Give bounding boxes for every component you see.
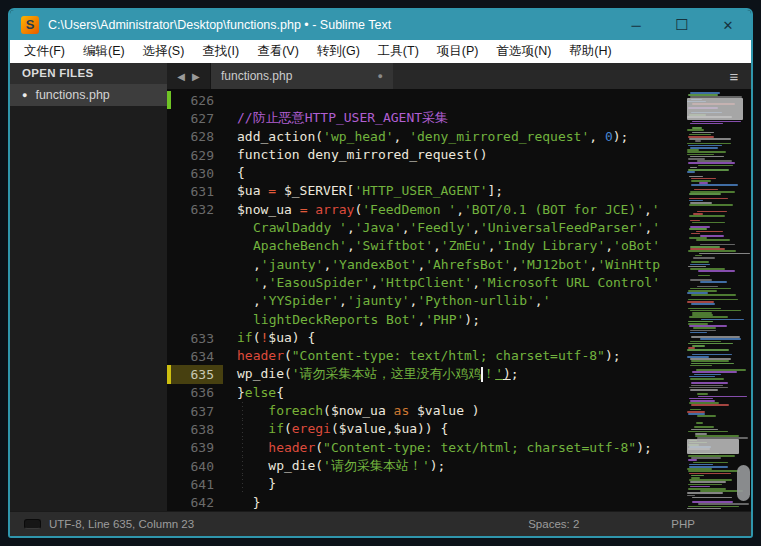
code-line-628[interactable]: add_action('wp_head', 'deny_mirrored_req…	[223, 128, 685, 146]
code-line-wrap[interactable]: ,'jaunty','YandexBot','AhrefsBot','MJ12b…	[223, 256, 685, 274]
sidebar: OPEN FILES ● functions.php	[10, 63, 167, 511]
tab-modified-dot-icon: ●	[378, 71, 383, 81]
code-line-634[interactable]: header("Content-type: text/html; charset…	[223, 347, 685, 365]
menu-item-4[interactable]: 查看(V)	[248, 40, 308, 63]
gutter-marker	[167, 256, 171, 274]
tab-next-icon[interactable]: ▶	[192, 71, 200, 82]
minimap-highlight-top	[687, 98, 743, 120]
line-number: 629	[171, 148, 223, 163]
code-line-wrap[interactable]: CrawlDaddy ','Java','Feedly','UniversalF…	[223, 219, 685, 237]
menu-item-9[interactable]: 帮助(H)	[560, 40, 620, 63]
line-number: 634	[171, 349, 223, 364]
tab-functions-php[interactable]: functions.php ●	[211, 63, 393, 89]
scrollbar-thumb[interactable]	[737, 465, 750, 501]
menu-item-8[interactable]: 首选项(N)	[488, 40, 561, 63]
minimize-icon[interactable]: ─	[613, 10, 659, 40]
menu-item-3[interactable]: 查找(I)	[193, 40, 248, 63]
menubar: 文件(F)编辑(E)选择(S)查找(I)查看(V)转到(G)工具(T)项目(P)…	[10, 40, 751, 63]
line-number: 637	[171, 404, 223, 419]
gutter-marker	[167, 274, 171, 292]
code-line-635[interactable]: wp_die('请勿采集本站，这里没有小鸡鸡！');	[223, 365, 685, 383]
line-number: 628	[171, 129, 223, 144]
vintage-mode-icon	[24, 519, 41, 529]
tab-label: functions.php	[221, 69, 370, 83]
code-line-641[interactable]: }	[223, 475, 685, 493]
code-line-640[interactable]: wp_die('请勿采集本站！');	[223, 457, 685, 475]
code-line-630[interactable]: {	[223, 164, 685, 182]
gutter: 6266276286296306316326336346356366376386…	[167, 89, 223, 511]
gutter-marker	[167, 219, 171, 237]
sublime-logo-icon: S	[21, 16, 39, 34]
line-number: 635	[171, 367, 223, 382]
minimap-highlight-bottom	[687, 439, 739, 454]
status-indent[interactable]: Spaces: 2	[528, 518, 579, 530]
line-number: 630	[171, 166, 223, 181]
menu-item-0[interactable]: 文件(F)	[15, 40, 74, 63]
statusbar: UTF-8, Line 635, Column 23 Spaces: 2 PHP	[10, 511, 751, 536]
sidebar-file-label: functions.php	[35, 88, 109, 102]
code-line-636[interactable]: }else{	[223, 384, 685, 402]
code-line-639[interactable]: header("Content-type: text/html; charset…	[223, 439, 685, 457]
line-number: 638	[171, 422, 223, 437]
line-number: 636	[171, 385, 223, 400]
code-line-633[interactable]: if(!$ua) {	[223, 329, 685, 347]
line-number: 640	[171, 459, 223, 474]
maximize-icon[interactable]: ☐	[659, 10, 705, 40]
menu-item-7[interactable]: 项目(P)	[428, 40, 488, 63]
line-number: 641	[171, 477, 223, 492]
menu-item-5[interactable]: 转到(G)	[308, 40, 369, 63]
code-area[interactable]: 6266276286296306316326336346356366376386…	[167, 89, 751, 511]
code-line-wrap[interactable]: ApacheBench','Swiftbot','ZmEu','Indy Lib…	[223, 237, 685, 255]
line-number: 639	[171, 440, 223, 455]
close-icon[interactable]: ✕	[705, 10, 751, 40]
gutter-marker	[167, 292, 171, 310]
line-number: 633	[171, 331, 223, 346]
menu-item-6[interactable]: 工具(T)	[369, 40, 428, 63]
line-number: 627	[171, 111, 223, 126]
code-line-642[interactable]: }	[223, 494, 685, 511]
sublime-window: S C:\Users\Administrator\Desktop\functio…	[8, 8, 753, 538]
code-line-626[interactable]	[223, 91, 685, 109]
code-line-631[interactable]: $ua = $_SERVER['HTTP_USER_AGENT'];	[223, 182, 685, 200]
code-line-wrap[interactable]: lightDeckReports Bot','PHP');	[223, 311, 685, 329]
code-line-wrap[interactable]: ,'YYSpider','jaunty','Python-urllib','	[223, 292, 685, 310]
line-number: 632	[171, 202, 223, 217]
window-title: C:\Users\Administrator\Desktop\functions…	[48, 18, 613, 32]
menu-item-2[interactable]: 选择(S)	[134, 40, 194, 63]
line-number: 631	[171, 184, 223, 199]
titlebar: S C:\Users\Administrator\Desktop\functio…	[10, 10, 751, 40]
status-position: UTF-8, Line 635, Column 23	[49, 518, 528, 530]
line-number: 642	[171, 495, 223, 510]
gutter-marker	[167, 311, 171, 329]
gutter-marker	[167, 237, 171, 255]
code-line-wrap[interactable]: ','EasouSpider','HttpClient','Microsoft …	[223, 274, 685, 292]
menu-item-1[interactable]: 编辑(E)	[74, 40, 134, 63]
modified-dot-icon: ●	[22, 91, 27, 100]
code-line-627[interactable]: //防止恶意HTTP_USER_AGENT采集	[223, 109, 685, 127]
tab-overflow-menu-icon[interactable]: ≡	[717, 63, 751, 89]
status-syntax[interactable]: PHP	[671, 518, 695, 530]
code-line-638[interactable]: if(eregi($value,$ua)) {	[223, 420, 685, 438]
code-line-629[interactable]: function deny_mirrored_request()	[223, 146, 685, 164]
tab-prev-icon[interactable]: ◀	[177, 71, 185, 82]
line-number: 626	[171, 93, 223, 108]
tabbar: ◀ ▶ functions.php ● ≡	[167, 63, 751, 89]
minimap[interactable]	[685, 89, 751, 511]
open-files-header: OPEN FILES	[10, 63, 167, 84]
code-lines[interactable]: //防止恶意HTTP_USER_AGENT采集add_action('wp_he…	[223, 89, 685, 511]
code-line-637[interactable]: foreach($now_ua as $value )	[223, 402, 685, 420]
sidebar-item-functions-php[interactable]: ● functions.php	[10, 84, 167, 106]
code-line-632[interactable]: $now_ua = array('FeedDemon ','BOT/0.1 (B…	[223, 201, 685, 219]
